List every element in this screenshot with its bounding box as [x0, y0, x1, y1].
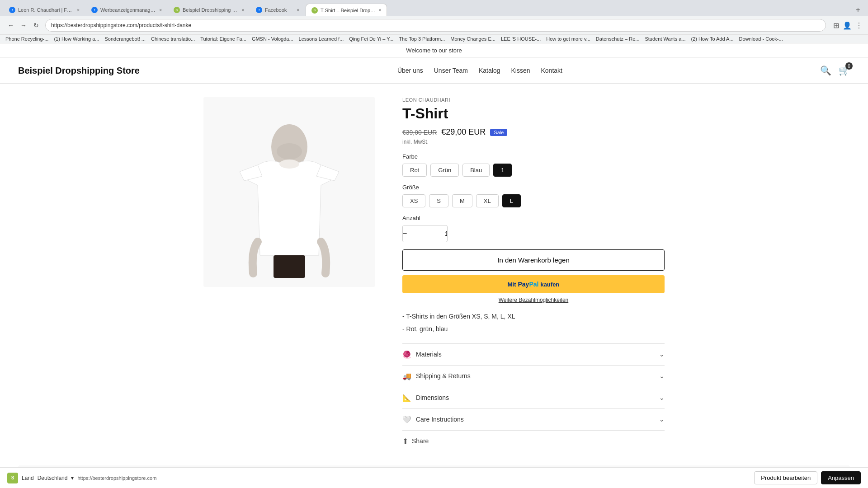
bookmark-11[interactable]: How to get more v...	[546, 36, 590, 42]
size-option-s[interactable]: S	[429, 194, 448, 207]
bookmark-4[interactable]: Tutorial: Eigene Fa...	[200, 36, 246, 42]
bookmark-9[interactable]: Money Changes E...	[450, 36, 495, 42]
tab-label-0: Leon R. Chaudhari | Facebook	[18, 7, 74, 13]
forward-button[interactable]: →	[18, 20, 29, 31]
original-price: €39,00 EUR	[402, 129, 437, 136]
quantity-label: Anzahl	[402, 215, 665, 221]
product-title: T-Shirt	[402, 105, 665, 122]
share-icon: ⬆	[402, 437, 408, 446]
tab-bar: fLeon R. Chaudhari | Facebook×fWerbeanze…	[0, 0, 868, 16]
bookmark-2[interactable]: Sonderangebot! ...	[104, 36, 146, 42]
browser-tab-0[interactable]: fLeon R. Chaudhari | Facebook×	[4, 4, 85, 16]
accordion-item-1: 🚚Shipping & Returns⌄	[402, 365, 665, 387]
quantity-input[interactable]	[407, 230, 448, 237]
accordion-header-2[interactable]: 📐Dimensions⌄	[402, 387, 665, 408]
accordion-item-2: 📐Dimensions⌄	[402, 387, 665, 408]
paypal-post-text: kaufen	[540, 281, 559, 288]
bookmarks-bar: Phone Recycling-...(1) How Working a...S…	[0, 34, 868, 43]
svg-rect-3	[274, 255, 305, 278]
tab-favicon-3: f	[256, 7, 262, 13]
nav-item-1[interactable]: Unser Team	[434, 67, 468, 74]
size-option-l[interactable]: L	[502, 194, 521, 207]
svg-point-2	[279, 160, 299, 169]
tab-close-1[interactable]: ×	[159, 8, 162, 13]
bookmark-12[interactable]: Datenschutz – Re...	[596, 36, 640, 42]
tab-close-2[interactable]: ×	[241, 8, 244, 13]
color-option-1[interactable]: 1	[493, 164, 512, 177]
share-row[interactable]: ⬆ Share	[402, 430, 665, 452]
paypal-logo: PayPal	[518, 281, 538, 288]
accordion-header-0[interactable]: 🧶Materials⌄	[402, 344, 665, 365]
add-to-cart-button[interactable]: In den Warenkorb legen	[402, 249, 665, 271]
address-bar[interactable]: https://besterdropshippingstore.com/prod…	[45, 19, 826, 32]
nav-item-2[interactable]: Katalog	[479, 67, 500, 74]
more-payments-link[interactable]: Weitere Bezahlmöglichkeiten	[402, 297, 665, 303]
tab-close-0[interactable]: ×	[77, 8, 80, 13]
accordion-title-2: Dimensions	[416, 394, 449, 401]
search-icon[interactable]: 🔍	[820, 65, 831, 76]
edit-product-button[interactable]: Produkt bearbeiten	[754, 471, 817, 484]
browser-tab-4[interactable]: ST-Shirt – Beispiel Dropshipping...×	[306, 4, 387, 16]
tab-label-1: Werbeanzeigenmanager – We...	[100, 7, 156, 13]
nav-item-4[interactable]: Kontakt	[541, 67, 562, 74]
bookmark-7[interactable]: Qing Fei De Yi – Y...	[349, 36, 393, 42]
bookmark-5[interactable]: GMSN - Vologda...	[252, 36, 293, 42]
reload-button[interactable]: ↻	[31, 20, 42, 31]
size-options: XSSMXLL	[402, 194, 665, 207]
tab-close-4[interactable]: ×	[378, 8, 381, 13]
cart-icon[interactable]: 🛒 0	[839, 65, 850, 76]
tab-favicon-2: S	[174, 7, 180, 13]
paypal-pre-text: Mit	[508, 281, 516, 288]
nav-item-3[interactable]: Kissen	[511, 67, 530, 74]
size-option-m[interactable]: M	[452, 194, 472, 207]
url-text: https://besterdropshippingstore.com/prod…	[51, 22, 191, 28]
bookmark-8[interactable]: The Top 3 Platform...	[399, 36, 445, 42]
description-line: - T-Shirts in den Größen XS, S, M, L, XL	[402, 311, 665, 321]
back-button[interactable]: ←	[5, 20, 16, 31]
shopify-bar-right: Produkt bearbeiten Anpassen	[754, 471, 861, 484]
paypal-button[interactable]: Mit PayPal kaufen	[402, 275, 665, 293]
shopify-bar: S Land Deutschland ▾ https://besterdrops…	[0, 467, 868, 488]
accordion-header-1[interactable]: 🚚Shipping & Returns⌄	[402, 366, 665, 387]
size-option-xl[interactable]: XL	[476, 194, 499, 207]
bookmark-6[interactable]: Lessons Learned f...	[299, 36, 344, 42]
brand-label: LEON CHAUDHARI	[402, 97, 665, 103]
more-options-icon[interactable]: ⋮	[855, 21, 863, 30]
extensions-icon[interactable]: ⊞	[833, 21, 839, 30]
quantity-control: − +	[402, 225, 448, 242]
profile-icon[interactable]: 👤	[843, 21, 852, 30]
tab-favicon-1: f	[91, 7, 98, 13]
accordion-header-3[interactable]: 🤍Care Instructions⌄	[402, 409, 665, 430]
browser-tab-2[interactable]: SBeispiel Dropshipping Store ...×	[168, 4, 250, 16]
shopify-bar-country-value: Deutschland	[38, 475, 68, 481]
price-row: €39,00 EUR €29,00 EUR Sale	[402, 127, 665, 137]
shopify-bar-dropdown-icon[interactable]: ▾	[71, 475, 74, 481]
bookmark-0[interactable]: Phone Recycling-...	[5, 36, 48, 42]
browser-tab-1[interactable]: fWerbeanzeigenmanager – We...×	[86, 4, 167, 16]
shopify-bar-url: https://besterdropshippingstore.com	[77, 475, 156, 481]
color-options: RotGrünBlau1	[402, 164, 665, 177]
share-label: Share	[412, 437, 429, 445]
accordion-icon-2: 📐	[402, 394, 411, 402]
accordion-chevron-2: ⌄	[659, 394, 665, 401]
accordion-header-left-3: 🤍Care Instructions	[402, 415, 464, 424]
bookmark-10[interactable]: LEE 'S HOUSE-...	[501, 36, 541, 42]
bookmark-13[interactable]: Student Wants a...	[645, 36, 685, 42]
shopify-logo-icon: S	[7, 473, 18, 483]
color-option-rot[interactable]: Rot	[402, 164, 427, 177]
browser-tab-3[interactable]: fFacebook×	[250, 4, 305, 16]
bookmark-15[interactable]: Download - Cook-...	[739, 36, 783, 42]
tab-close-3[interactable]: ×	[297, 8, 299, 13]
color-option-grün[interactable]: Grün	[430, 164, 459, 177]
nav-item-0[interactable]: Über uns	[397, 67, 423, 74]
bookmark-3[interactable]: Chinese translatio...	[151, 36, 195, 42]
bookmark-14[interactable]: (2) How To Add A...	[691, 36, 734, 42]
tab-label-4: T-Shirt – Beispiel Dropshipping...	[321, 8, 376, 13]
bookmark-1[interactable]: (1) How Working a...	[54, 36, 99, 42]
color-option-blau[interactable]: Blau	[462, 164, 490, 177]
new-tab-button[interactable]: +	[852, 4, 864, 16]
size-option-xs[interactable]: XS	[402, 194, 425, 207]
shopify-bar-country-label: Land	[22, 475, 34, 481]
quantity-decrease-button[interactable]: −	[403, 225, 407, 242]
customize-button[interactable]: Anpassen	[821, 471, 861, 484]
